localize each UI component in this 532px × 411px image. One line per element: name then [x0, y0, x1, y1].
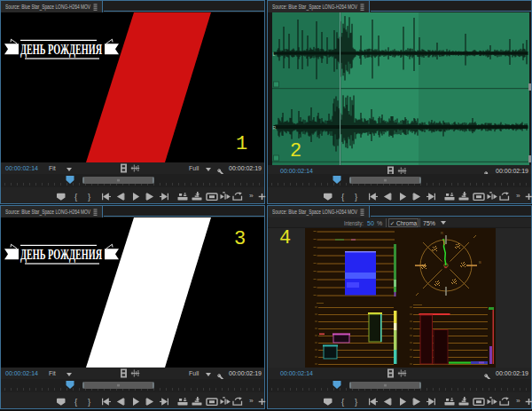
svg-text:}: }: [355, 398, 357, 407]
svg-text:}: }: [88, 193, 90, 202]
svg-text:R: R: [441, 231, 443, 235]
svg-text:}: }: [355, 193, 357, 202]
svg-text:{: {: [341, 193, 344, 202]
svg-text:B: B: [479, 260, 481, 265]
svg-text:{: {: [74, 398, 77, 407]
svg-text:»: »: [249, 398, 254, 406]
svg-text:{: {: [74, 193, 77, 202]
svg-text:»: »: [249, 193, 254, 201]
svg-text:ДЕНЬ РОЖДЕНИЯ: ДЕНЬ РОЖДЕНИЯ: [20, 41, 102, 58]
svg-text:ДЕНЬ РОЖДЕНИЯ: ДЕНЬ РОЖДЕНИЯ: [20, 246, 102, 263]
svg-text:L: L: [273, 51, 276, 57]
svg-text:R: R: [273, 125, 277, 130]
svg-text:{: {: [341, 398, 344, 407]
svg-text:»: »: [516, 398, 520, 406]
svg-text:}: }: [88, 398, 90, 407]
svg-text:»: »: [516, 193, 520, 201]
